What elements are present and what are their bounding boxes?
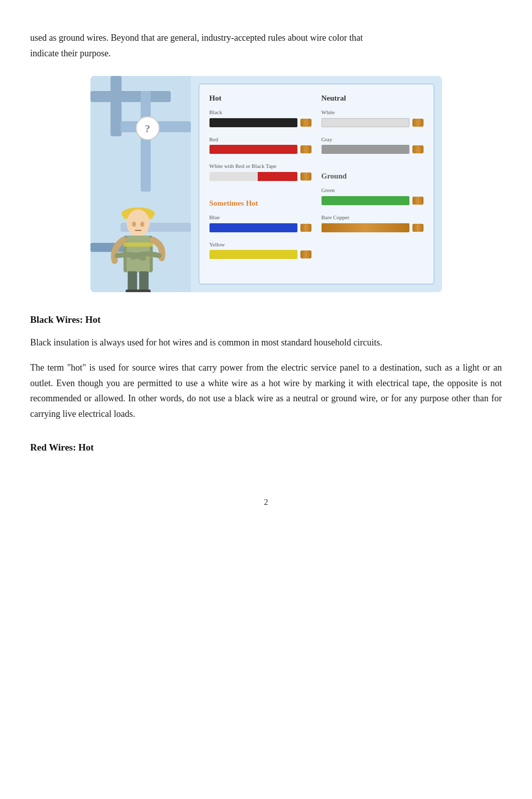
white-tape-wire-section: White with Red or Black Tape bbox=[209, 160, 311, 184]
white-wire-label: White bbox=[322, 108, 423, 117]
black-wires-heading: Black Wires: Hot bbox=[30, 312, 502, 327]
green-wire-label: Green bbox=[322, 186, 423, 195]
hot-label: Hot bbox=[209, 92, 311, 104]
white-tape-bar bbox=[209, 172, 311, 181]
svg-rect-10 bbox=[128, 272, 137, 293]
wire-color-panel: Hot Black Red bbox=[198, 83, 435, 285]
red-wire-label: Red bbox=[209, 135, 311, 144]
black-wires-paragraph1: Black insulation is always used for hot … bbox=[30, 335, 502, 350]
black-wires-paragraph2: The term "hot" is used for source wires … bbox=[30, 360, 502, 421]
question-bubble: ? bbox=[136, 116, 160, 140]
intro-line1: used as ground wires. Beyond that are ge… bbox=[30, 33, 363, 43]
worker-figure bbox=[95, 161, 181, 292]
black-wire-label: Black bbox=[209, 108, 311, 117]
black-wire-section: Black bbox=[209, 106, 311, 130]
svg-point-3 bbox=[132, 222, 136, 227]
blue-wire-section: Blue bbox=[209, 211, 311, 235]
intro-line2: indicate their purpose. bbox=[30, 48, 111, 58]
white-wire-bar bbox=[322, 118, 423, 127]
green-wire-bar bbox=[322, 196, 423, 205]
pipe-decoration bbox=[90, 91, 171, 102]
yellow-wire-label: Yellow bbox=[209, 240, 311, 249]
blue-wire-bar bbox=[209, 223, 311, 232]
sometimes-hot-label: Sometimes Hot bbox=[209, 197, 311, 209]
red-wire-section: Red bbox=[209, 133, 311, 157]
svg-rect-13 bbox=[137, 290, 150, 292]
svg-point-2 bbox=[127, 210, 150, 237]
hot-column: Hot Black Red bbox=[209, 92, 311, 265]
blue-wire-label: Blue bbox=[209, 213, 311, 222]
bare-copper-wire-section: Bare Copper bbox=[322, 211, 423, 235]
green-wire-section: Green bbox=[322, 184, 423, 208]
neutral-label: Neutral bbox=[322, 92, 423, 104]
bare-copper-bar bbox=[322, 223, 423, 232]
diagram-box: ? bbox=[90, 76, 442, 292]
gray-wire-section: Gray bbox=[322, 133, 423, 157]
ground-label: Ground bbox=[322, 170, 423, 182]
white-wire-section: White bbox=[322, 106, 423, 130]
page-number: 2 bbox=[30, 495, 502, 509]
neutral-ground-column: Neutral White Gray bbox=[322, 92, 423, 265]
gray-wire-bar bbox=[322, 145, 423, 154]
gray-wire-label: Gray bbox=[322, 135, 423, 144]
svg-point-4 bbox=[140, 222, 144, 227]
wire-color-diagram: ? bbox=[75, 76, 457, 292]
svg-rect-8 bbox=[123, 242, 152, 246]
white-tape-label: White with Red or Black Tape bbox=[209, 162, 311, 171]
black-wire-bar bbox=[209, 118, 311, 127]
red-wires-heading: Red Wires: Hot bbox=[30, 440, 502, 455]
page-body: used as ground wires. Beyond that are ge… bbox=[30, 30, 502, 509]
pipe-decoration bbox=[111, 76, 122, 136]
svg-rect-11 bbox=[139, 272, 149, 293]
intro-text: used as ground wires. Beyond that are ge… bbox=[30, 30, 502, 61]
red-wire-bar bbox=[209, 145, 311, 154]
yellow-wire-section: Yellow bbox=[209, 238, 311, 262]
yellow-wire-bar bbox=[209, 250, 311, 259]
diagram-illustration: ? bbox=[90, 76, 191, 292]
bare-copper-label: Bare Copper bbox=[322, 213, 423, 222]
